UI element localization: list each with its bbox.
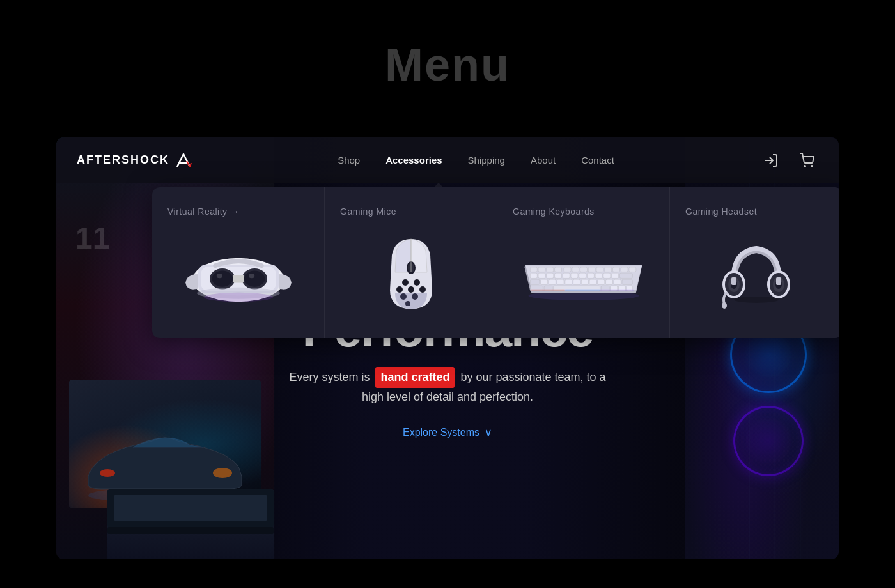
brand-icon <box>175 151 192 169</box>
svg-point-22 <box>249 274 254 278</box>
svg-rect-40 <box>546 267 553 272</box>
cart-icon <box>799 153 814 168</box>
accessories-dropdown: Virtual Reality → <box>152 187 839 338</box>
mouse-image <box>340 229 481 319</box>
svg-point-32 <box>408 286 414 293</box>
svg-rect-56 <box>571 273 578 278</box>
svg-rect-72 <box>605 279 612 284</box>
svg-rect-41 <box>554 267 561 272</box>
svg-point-19 <box>216 274 222 278</box>
svg-rect-68 <box>573 279 580 284</box>
keyboard-image <box>513 229 654 319</box>
svg-rect-60 <box>603 273 610 278</box>
brand-name: AFTERSHOCK <box>77 153 169 167</box>
nav-shop[interactable]: Shop <box>338 155 360 166</box>
svg-rect-43 <box>572 267 579 272</box>
svg-rect-65 <box>549 279 556 284</box>
svg-rect-84 <box>564 290 600 291</box>
svg-rect-54 <box>554 273 561 278</box>
svg-rect-50 <box>628 267 635 272</box>
svg-point-30 <box>414 279 420 286</box>
svg-rect-47 <box>604 267 611 272</box>
svg-rect-49 <box>621 267 628 272</box>
cart-button[interactable] <box>795 149 818 172</box>
svg-rect-94 <box>776 277 781 285</box>
svg-point-11 <box>804 166 805 167</box>
nav-links: Shop Accessories Shipping About Contact <box>338 155 614 166</box>
nav-actions <box>759 149 818 172</box>
subtitle-before: Every system is <box>289 371 370 383</box>
svg-rect-67 <box>564 279 572 284</box>
svg-rect-62 <box>619 273 632 278</box>
brand-logo[interactable]: AFTERSHOCK <box>77 151 192 169</box>
svg-rect-71 <box>597 279 604 284</box>
svg-rect-51 <box>530 273 537 278</box>
svg-rect-64 <box>540 279 547 284</box>
chevron-down-icon: ∨ <box>485 426 492 438</box>
dropdown-col-headset-title: Gaming Headset <box>685 206 757 217</box>
svg-rect-38 <box>530 267 537 272</box>
svg-rect-39 <box>538 267 545 272</box>
navbar: AFTERSHOCK Shop Accessories Shipping Abo… <box>56 137 839 183</box>
svg-rect-74 <box>622 279 632 284</box>
svg-rect-57 <box>579 273 586 278</box>
svg-rect-52 <box>538 273 545 278</box>
svg-rect-48 <box>612 267 619 272</box>
svg-rect-53 <box>546 273 553 278</box>
svg-point-96 <box>734 297 779 303</box>
login-icon <box>763 153 779 168</box>
svg-rect-73 <box>614 279 621 284</box>
svg-rect-70 <box>589 279 596 284</box>
svg-point-29 <box>402 279 409 286</box>
svg-rect-45 <box>588 267 595 272</box>
svg-point-25 <box>204 293 273 302</box>
svg-rect-83 <box>530 290 565 291</box>
nav-shipping[interactable]: Shipping <box>468 155 505 166</box>
svg-rect-63 <box>530 279 540 284</box>
svg-rect-55 <box>563 273 570 278</box>
svg-rect-46 <box>596 267 603 272</box>
login-button[interactable] <box>759 149 782 172</box>
explore-btn[interactable]: Explore Systems ∨ <box>403 426 492 438</box>
svg-point-12 <box>811 166 813 167</box>
svg-rect-23 <box>233 275 244 283</box>
dropdown-col-vr-title: Virtual Reality → <box>167 206 240 217</box>
svg-rect-93 <box>731 277 736 285</box>
svg-point-95 <box>722 302 727 309</box>
svg-rect-42 <box>564 267 571 272</box>
browser-window: 11 <box>56 137 839 559</box>
svg-point-31 <box>396 286 403 293</box>
nav-contact[interactable]: Contact <box>581 155 614 166</box>
explore-label: Explore Systems <box>403 427 479 438</box>
nav-about[interactable]: About <box>531 155 556 166</box>
dropdown-col-keyboards-title: Gaming Keyboards <box>513 206 595 217</box>
dropdown-col-mice-title: Gaming Mice <box>340 206 396 217</box>
dropdown-col-vr[interactable]: Virtual Reality → <box>152 187 325 338</box>
dropdown-col-mice[interactable]: Gaming Mice <box>325 187 497 338</box>
svg-point-21 <box>244 271 265 287</box>
svg-rect-61 <box>611 273 618 278</box>
svg-point-18 <box>212 271 232 287</box>
svg-rect-59 <box>595 273 602 278</box>
svg-point-33 <box>419 286 426 293</box>
dropdown-col-keyboards[interactable]: Gaming Keyboards <box>497 187 670 338</box>
vr-image <box>167 229 309 319</box>
svg-rect-58 <box>587 273 594 278</box>
headset-image <box>685 229 827 319</box>
svg-rect-44 <box>580 267 587 272</box>
nav-accessories[interactable]: Accessories <box>385 155 442 166</box>
svg-rect-66 <box>557 279 564 284</box>
hand-crafted-badge: hand crafted <box>375 367 455 388</box>
dropdown-col-headset[interactable]: Gaming Headset <box>670 187 839 338</box>
menu-bg-title: Menu <box>0 38 895 91</box>
svg-rect-69 <box>581 279 588 284</box>
hero-subtitle: Every system is hand crafted by our pass… <box>288 367 607 406</box>
